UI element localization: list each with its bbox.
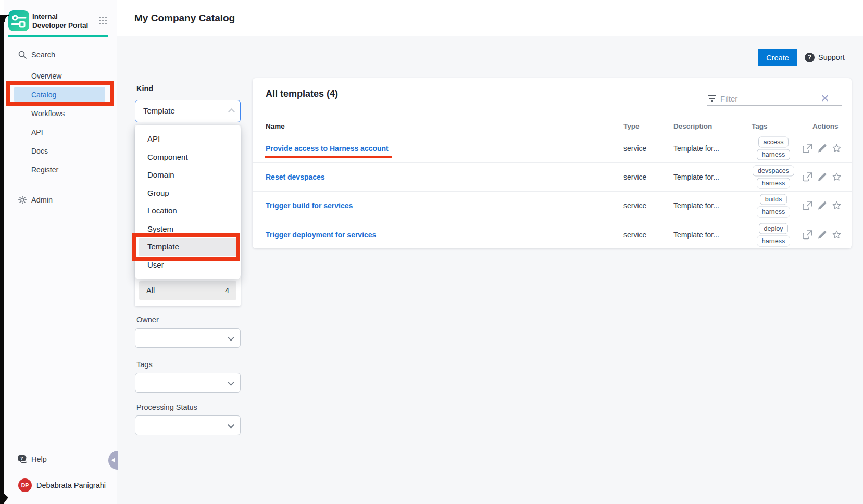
help-icon: ? — [18, 455, 28, 463]
screen: Internal Developer Portal Search Overvie… — [0, 0, 863, 504]
processing-status-label: Processing Status — [136, 403, 197, 411]
sidebar-footer-divider — [8, 444, 108, 444]
table-row: Trigger build for services service Templ… — [253, 192, 852, 220]
kind-option-domain[interactable]: Domain — [139, 166, 236, 184]
tags-cell: buildsharness — [742, 194, 805, 218]
actions-cell — [803, 201, 842, 211]
apps-grid-icon[interactable] — [99, 17, 108, 26]
kind-label: Kind — [136, 84, 153, 93]
facet-all-count: 4 — [225, 281, 229, 300]
column-header-actions: Actions — [812, 119, 839, 134]
portal-logo-icon — [8, 10, 29, 31]
search-icon — [18, 51, 27, 59]
clear-filter-icon[interactable] — [821, 94, 829, 102]
type-cell: service — [623, 144, 646, 153]
kind-option-group[interactable]: Group — [139, 184, 236, 203]
tags-select[interactable] — [135, 373, 241, 393]
owner-select[interactable] — [135, 328, 241, 348]
kind-option-api[interactable]: API — [139, 130, 236, 148]
tag-chip: deploy — [759, 223, 789, 234]
type-cell: service — [623, 231, 646, 239]
owner-label: Owner — [136, 316, 159, 324]
page-header: My Company Catalog — [117, 0, 863, 36]
template-name-link[interactable]: Reset devspaces — [266, 173, 325, 181]
help-button[interactable]: ? Help — [4, 452, 117, 467]
processing-status-select[interactable] — [135, 415, 241, 435]
table-row: Reset devspaces service Template for... … — [253, 163, 852, 192]
column-header-tags: Tags — [752, 119, 768, 134]
table-row: Provide access to Harness account servic… — [253, 134, 852, 163]
kind-option-template[interactable]: Template — [139, 238, 236, 256]
template-name-link[interactable]: Provide access to Harness account — [266, 144, 389, 153]
template-name-link[interactable]: Trigger build for services — [266, 201, 353, 210]
tag-chip: harness — [757, 178, 790, 189]
main-area: My Company Catalog Create ? Support Kind… — [117, 0, 863, 504]
chevron-down-icon — [228, 422, 234, 429]
description-cell: Template for... — [673, 173, 719, 181]
column-header-description: Description — [673, 119, 712, 134]
table-header-row: Name Type Description Tags Actions — [253, 119, 852, 134]
external-link-icon[interactable] — [803, 201, 812, 211]
create-button[interactable]: Create — [758, 49, 797, 66]
facet-all-row[interactable]: All 4 — [139, 281, 236, 300]
kind-option-user[interactable]: User — [139, 256, 236, 274]
templates-title: All templates (4) — [266, 89, 338, 99]
table-filter — [707, 92, 842, 106]
desktop-edge — [0, 15, 4, 504]
edit-icon[interactable] — [817, 230, 827, 240]
star-icon[interactable] — [832, 144, 842, 154]
actions-cell — [803, 172, 842, 182]
brand-divider — [8, 35, 108, 37]
external-link-icon[interactable] — [803, 172, 812, 182]
user-profile[interactable]: DP Debabrata Panigrahi — [4, 477, 117, 493]
star-icon[interactable] — [832, 201, 842, 211]
chevron-left-icon — [111, 458, 115, 463]
facet-all-label: All — [146, 281, 155, 300]
kind-options-list: APIComponentDomainGroupLocationSystemTem… — [135, 125, 241, 279]
tags-cell: devspacesharness — [742, 166, 805, 189]
tags-cell: accessharness — [742, 137, 805, 160]
sidebar-item-register[interactable]: Register — [4, 162, 117, 177]
tag-chip: devspaces — [753, 166, 794, 177]
sidebar-item-overview[interactable]: Overview — [4, 69, 117, 83]
edit-icon[interactable] — [817, 144, 827, 154]
page-title: My Company Catalog — [134, 0, 235, 36]
avatar: DP — [18, 478, 32, 492]
kind-select-value: Template — [143, 100, 175, 121]
tag-chip: harness — [757, 235, 790, 246]
external-link-icon[interactable] — [803, 144, 812, 154]
external-link-icon[interactable] — [803, 230, 812, 240]
edit-icon[interactable] — [817, 201, 827, 211]
sidebar-item-workflows[interactable]: Workflows — [4, 106, 117, 121]
brand-header: Internal Developer Portal — [8, 10, 112, 33]
kind-option-location[interactable]: Location — [139, 202, 236, 220]
sidebar-item-catalog[interactable]: Catalog — [4, 87, 117, 102]
chevron-down-icon — [228, 379, 234, 386]
tag-chip: harness — [757, 207, 790, 218]
sidebar-search[interactable]: Search — [4, 47, 117, 62]
table-body: Provide access to Harness account servic… — [253, 134, 852, 249]
chevron-up-icon — [228, 108, 235, 115]
edit-icon[interactable] — [817, 172, 827, 182]
actions-cell — [803, 144, 842, 154]
tag-chip: harness — [757, 149, 790, 160]
description-cell: Template for... — [673, 144, 719, 153]
tag-chip: access — [758, 137, 789, 148]
kind-option-system[interactable]: System — [139, 220, 236, 238]
search-label: Search — [31, 47, 55, 62]
kind-select[interactable]: Template — [135, 100, 241, 122]
kind-option-component[interactable]: Component — [139, 148, 236, 167]
question-circle-icon: ? — [805, 53, 815, 62]
admin-label: Admin — [31, 193, 53, 207]
star-icon[interactable] — [832, 230, 842, 240]
column-header-type: Type — [623, 119, 640, 134]
sidebar-item-api[interactable]: API — [4, 125, 117, 140]
sidebar-item-admin[interactable]: Admin — [4, 193, 117, 207]
description-cell: Template for... — [673, 201, 719, 210]
sidebar-item-docs[interactable]: Docs — [4, 144, 117, 158]
template-name-link[interactable]: Trigger deployment for services — [266, 231, 376, 239]
star-icon[interactable] — [832, 172, 842, 182]
filter-input[interactable] — [720, 92, 819, 105]
help-label: Help — [31, 452, 47, 467]
column-header-name: Name — [266, 119, 285, 134]
